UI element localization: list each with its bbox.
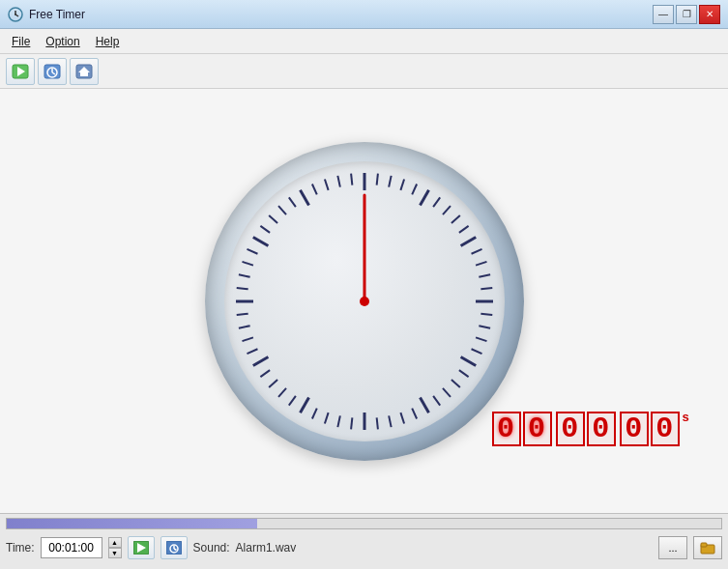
svg-line-29 xyxy=(479,326,490,327)
clock-svg xyxy=(224,161,505,441)
svg-line-53 xyxy=(247,349,257,354)
svg-line-32 xyxy=(460,356,476,365)
svg-line-31 xyxy=(471,349,481,354)
svg-line-70 xyxy=(337,175,339,186)
svg-line-25 xyxy=(479,274,490,276)
svg-line-54 xyxy=(242,337,252,341)
window-controls: — ❐ ✕ xyxy=(653,5,720,24)
restore-button[interactable]: ❐ xyxy=(676,5,697,24)
svg-line-62 xyxy=(252,237,268,245)
home-button[interactable] xyxy=(70,58,99,85)
svg-line-15 xyxy=(400,179,404,189)
svg-line-61 xyxy=(247,248,257,253)
time-label: Time: xyxy=(6,541,35,555)
seconds-display: 00 xyxy=(619,411,681,447)
progress-bar-area xyxy=(6,518,722,529)
svg-line-56 xyxy=(236,313,248,314)
svg-line-40 xyxy=(389,415,391,427)
svg-line-16 xyxy=(412,184,417,194)
svg-line-52 xyxy=(252,356,268,365)
minimize-button[interactable]: — xyxy=(653,5,674,24)
title-bar: Free Timer — ❐ ✕ xyxy=(0,0,728,29)
window-title: Free Timer xyxy=(29,8,85,21)
svg-line-30 xyxy=(476,337,486,341)
svg-line-34 xyxy=(451,379,459,386)
sound-file: Alarm1.wav xyxy=(236,541,297,555)
ellipsis-button[interactable]: ... xyxy=(658,536,687,559)
svg-line-22 xyxy=(460,237,476,245)
status-bar: Time: ▲ ▼ Sound: Alarm1.wav ... xyxy=(0,513,728,569)
svg-line-69 xyxy=(324,179,328,189)
svg-line-28 xyxy=(480,313,492,314)
svg-line-65 xyxy=(278,206,286,214)
svg-line-33 xyxy=(458,370,468,377)
folder-button[interactable] xyxy=(693,536,722,559)
svg-line-58 xyxy=(236,288,248,289)
spin-up[interactable]: ▲ xyxy=(108,537,122,548)
svg-line-14 xyxy=(389,175,391,186)
svg-line-63 xyxy=(260,225,270,232)
svg-line-26 xyxy=(480,288,492,289)
svg-line-35 xyxy=(442,387,450,396)
svg-line-66 xyxy=(288,197,295,207)
svg-line-17 xyxy=(420,189,428,205)
main-area: 00 00 00 s xyxy=(0,89,728,513)
svg-line-44 xyxy=(337,415,339,427)
svg-line-68 xyxy=(311,184,316,194)
app-icon xyxy=(8,7,23,22)
clock-center xyxy=(360,297,369,306)
svg-line-71 xyxy=(351,173,352,185)
svg-line-13 xyxy=(376,173,377,185)
svg-line-49 xyxy=(278,387,286,396)
svg-line-19 xyxy=(442,206,450,214)
hours-display: 00 xyxy=(491,411,553,447)
time-spinner: ▲ ▼ xyxy=(108,537,122,558)
menu-help[interactable]: Help xyxy=(88,33,128,50)
minutes-display: 00 xyxy=(555,411,617,447)
svg-line-21 xyxy=(458,225,468,232)
menu-option[interactable]: Option xyxy=(38,33,87,50)
clock-face xyxy=(205,142,524,461)
svg-line-67 xyxy=(300,189,308,205)
status-play-button[interactable] xyxy=(128,536,155,559)
svg-line-64 xyxy=(269,215,277,223)
status-controls: Time: ▲ ▼ Sound: Alarm1.wav ... xyxy=(0,531,728,564)
svg-line-50 xyxy=(269,379,277,386)
svg-line-46 xyxy=(311,408,316,418)
svg-line-59 xyxy=(238,274,249,276)
menu-bar: File Option Help xyxy=(0,29,728,54)
svg-line-43 xyxy=(351,417,352,429)
seconds-superscript: s xyxy=(682,411,689,425)
clock-container xyxy=(205,142,524,461)
progress-fill xyxy=(7,519,257,528)
svg-line-39 xyxy=(400,413,404,423)
seg-display: 00 00 00 s xyxy=(491,411,689,447)
digital-display: 00 00 00 s xyxy=(491,411,689,447)
svg-line-48 xyxy=(288,395,295,405)
svg-line-51 xyxy=(260,370,270,377)
close-button[interactable]: ✕ xyxy=(699,5,720,24)
svg-point-3 xyxy=(15,14,16,15)
svg-line-60 xyxy=(242,261,252,265)
status-timer-button[interactable] xyxy=(160,536,188,559)
svg-line-37 xyxy=(420,397,428,413)
svg-rect-79 xyxy=(701,543,707,547)
svg-line-23 xyxy=(471,248,481,253)
svg-line-20 xyxy=(451,215,459,223)
play-button[interactable] xyxy=(6,58,35,85)
sound-label: Sound: xyxy=(193,541,230,555)
menu-file[interactable]: File xyxy=(4,33,38,50)
svg-line-45 xyxy=(324,413,328,423)
svg-line-55 xyxy=(238,326,249,327)
svg-line-38 xyxy=(412,408,417,418)
svg-line-24 xyxy=(476,261,486,265)
clock-inner xyxy=(224,161,505,441)
time-input[interactable] xyxy=(41,537,102,558)
svg-line-41 xyxy=(376,417,377,429)
svg-line-36 xyxy=(433,395,440,405)
svg-line-47 xyxy=(300,397,308,413)
svg-line-18 xyxy=(433,197,440,207)
spin-down[interactable]: ▼ xyxy=(108,548,122,558)
timer-button[interactable] xyxy=(38,58,67,85)
toolbar xyxy=(0,54,728,89)
